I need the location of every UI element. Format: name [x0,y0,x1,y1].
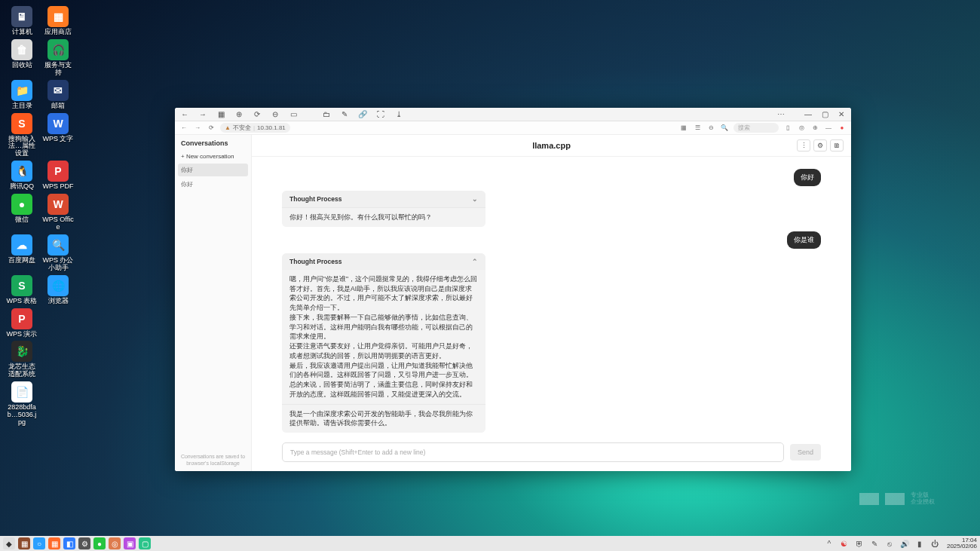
tray-power-icon[interactable]: ⏻ [929,537,941,549]
tray-battery-icon[interactable]: ▮ [914,537,926,549]
desktop-icon[interactable]: ●微信 [6,194,38,231]
desktop-icon[interactable]: WWPS 文字 [42,113,74,158]
app-icon: ● [11,194,32,215]
taskbar-app4-icon[interactable]: ▢ [139,537,151,549]
tray-volume-icon[interactable]: 🔊 [899,537,911,549]
desktop-icon-label: 计算机 [12,29,32,36]
desktop-icon[interactable]: WWPS Office [42,194,74,231]
browser-forward-button[interactable]: → [193,124,202,133]
tray-ime-icon[interactable]: ☯ [838,537,850,549]
chat-body[interactable]: 你好 Thought Process ⌄ 你好！很高兴见到你。有什么我可以帮忙的… [252,157,851,436]
assistant-final-text: 我是一个由深度求索公司开发的智能助手，我会尽我所能为你提供帮助。请告诉我你需要什… [282,404,485,433]
tray-edit-icon[interactable]: ✎ [868,537,880,549]
browser-min-button[interactable]: — [824,124,833,133]
conversation-item-0[interactable]: 你好 [178,164,248,176]
browser-newtab-button[interactable]: ⊕ [810,124,819,133]
desktop-icon[interactable]: 🌐浏览器 [42,275,74,305]
browser-profile-button[interactable]: ◎ [797,124,806,133]
app-icon: 🌐 [47,275,69,296]
browser-search-input[interactable]: 搜索 [733,123,779,133]
nav-forward-button[interactable]: → [198,109,208,120]
taskbar-app3-icon[interactable]: ▣ [124,537,136,549]
thought-process-toggle[interactable]: Thought Process ⌄ [282,191,485,207]
desktop-icon[interactable]: 📄2828bdfab…5036.jpg [6,381,38,427]
taskbar-app1-icon[interactable]: ◧ [63,537,75,549]
desktop-icon[interactable]: ▦应用商店 [42,6,74,36]
desktop-icon[interactable]: 🐉龙芯生态适配系统 [6,341,38,378]
taskbar-clock[interactable]: 17:04 2025/02/06 [944,537,977,549]
sidebar-title: Conversations [175,135,251,150]
fullscreen-button[interactable]: ⛶ [375,109,386,120]
browser-ext1-icon[interactable]: ▦ [679,124,688,133]
taskbar-settings-icon[interactable]: ⚙ [78,537,90,549]
browser-reload-button[interactable]: ⟳ [207,124,216,133]
desktop-icon[interactable]: SWPS 表格 [6,275,38,305]
taskbar-store-icon[interactable]: ▦ [48,537,60,549]
app-icon: ✉ [47,80,69,101]
conversation-item-1[interactable]: 你好 [175,177,251,191]
save-button[interactable]: ⤓ [394,109,404,120]
window-maximize-button[interactable]: ▢ [819,109,830,120]
new-conversation-button[interactable]: + New conversation [175,150,251,163]
desktop-icon[interactable]: 🔍WPS 办公小助手 [42,234,74,272]
chat-menu-button[interactable]: ⋮ [797,139,810,152]
desktop-icon[interactable]: 🗑回收站 [6,39,38,77]
browser-close-button[interactable]: ● [838,124,847,133]
address-bar[interactable]: ▲ 不安全 | 10.30.1.81 [220,123,290,133]
taskbar-wechat-icon[interactable]: ● [93,537,106,549]
app-icon: ☁ [11,234,32,256]
browser-ext2-icon[interactable]: ☰ [693,124,702,133]
app-icon: 🗑 [11,39,32,60]
open-folder-button[interactable]: 🗀 [321,109,332,120]
app-icon: ▦ [47,6,69,27]
browser-ext3-icon[interactable]: ⊖ [706,124,715,133]
desktop-icon-label: 百度网盘 [8,257,35,265]
browser-tab-button[interactable]: ▯ [783,124,792,133]
desktop-icon[interactable]: ☁百度网盘 [6,234,38,272]
desktop-icon[interactable]: 📁主目录 [6,80,38,110]
sidebar-footer: Conversations are saved to browser's loc… [175,449,251,471]
zoom-out-button[interactable]: ⊖ [270,109,280,120]
edit-button[interactable]: ✎ [339,109,350,120]
desktop-icon[interactable]: PWPS 演示 [6,308,38,338]
start-button[interactable]: ◆ [3,537,15,549]
taskbar-app2-icon[interactable]: ◎ [109,537,121,549]
message-input[interactable]: Type a message (Shift+Enter to add a new… [282,442,784,462]
desktop-icon[interactable]: 🐧腾讯QQ [6,161,38,191]
desktop-icon[interactable]: S搜狗输入法…属性设置 [6,113,38,158]
viewer-titlebar: ← → ▦ ⊕ ⟳ ⊖ ▭ 🗀 ✎ 🔗 ⛶ ⤓ ⋯ — ▢ ✕ [175,108,851,121]
desktop-icon-label: 浏览器 [48,298,69,305]
desktop-icon-label: 应用商店 [44,29,72,36]
desktop-icon[interactable]: 🎧服务与支持 [42,39,74,77]
app-icon: 🔍 [47,234,69,256]
taskbar-browser-icon[interactable]: ○ [33,537,45,549]
chat-settings-button[interactable]: ⚙ [813,139,827,152]
desktop-icon-label: 微信 [15,216,29,224]
desktop-icon[interactable]: 🖥计算机 [6,6,38,36]
desktop-icon[interactable]: PWPS PDF [42,161,74,191]
user-message: 你好 [794,169,821,186]
desktop-icons: 🖥计算机▦应用商店🗑回收站🎧服务与支持📁主目录✉邮箱S搜狗输入法…属性设置WWP… [6,6,74,427]
app-icon: P [11,308,32,329]
tray-up-icon[interactable]: ^ [823,537,835,549]
tray-shield-icon[interactable]: ⛨ [853,537,865,549]
thumbnails-button[interactable]: ▦ [216,109,226,120]
desktop-icon[interactable]: ✉邮箱 [42,80,74,110]
fit-button[interactable]: ▭ [288,109,299,120]
taskbar: ◆ ▦ ○ ▦ ◧ ⚙ ● ◎ ▣ ▢ ^ ☯ ⛨ ✎ ⎋ 🔊 ▮ ⏻ 17:0… [0,536,980,551]
nav-back-button[interactable]: ← [179,109,190,120]
desktop-icon-label: 腾讯QQ [10,183,34,191]
zoom-in-button[interactable]: ⊕ [234,109,244,120]
zoom-reset-button[interactable]: ⟳ [252,109,262,120]
window-close-button[interactable]: ✕ [836,109,847,120]
chat-export-button[interactable]: 🗎 [830,139,844,152]
share-button[interactable]: 🔗 [357,109,368,120]
thought-process-toggle[interactable]: Thought Process ⌃ [282,253,485,270]
menu-button[interactable]: ⋯ [776,109,786,120]
taskbar-fm-icon[interactable]: ▦ [18,537,30,549]
send-button[interactable]: Send [790,444,821,461]
browser-back-button[interactable]: ← [179,124,188,133]
window-minimize-button[interactable]: — [803,109,813,120]
clock-date: 2025/02/06 [947,543,977,549]
tray-network-icon[interactable]: ⎋ [884,537,896,549]
